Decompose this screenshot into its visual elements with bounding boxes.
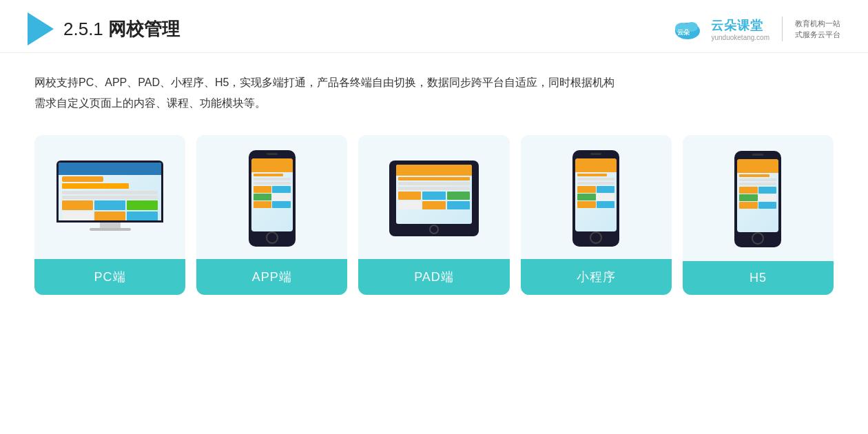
page-title: 2.5.1 网校管理 [63,17,180,41]
card-pc: PC端 [34,135,185,295]
pc-device [56,161,163,236]
card-app-label: APP端 [196,259,347,295]
tablet-icon [389,161,479,236]
card-pad-image [358,135,509,259]
card-h5-image [683,135,834,261]
card-mini-image [521,135,672,259]
logo-text: 云朵课堂 yunduoketang.com [711,17,769,41]
card-pc-image [34,135,185,259]
logo-divider [782,17,783,41]
card-h5-label: H5 [683,261,834,295]
page-wrapper: 2.5.1 网校管理 云朵 云朵课堂 yunduoketang.com 教育机构… [0,0,868,434]
card-pc-label: PC端 [34,259,185,295]
platform-cards-grid: PC端 [34,135,834,295]
h5-device [734,151,781,247]
brand-logo: 云朵 云朵课堂 yunduoketang.com 教育机构一站 式服务云平台 [671,16,840,42]
mini-device [572,150,619,247]
card-h5: H5 [683,135,834,295]
pc-monitor-icon [56,161,163,236]
pad-device [389,161,479,236]
card-mini-label: 小程序 [521,259,672,295]
card-pad-label: PAD端 [358,259,509,295]
cloud-icon: 云朵 [671,16,704,42]
card-mini: 小程序 [521,135,672,295]
h5-phone-icon [734,151,781,247]
card-pad: PAD端 [358,135,509,295]
mini-phone-icon [572,150,619,247]
header-left: 2.5.1 网校管理 [28,12,180,45]
header: 2.5.1 网校管理 云朵 云朵课堂 yunduoketang.com 教育机构… [0,0,868,53]
app-device [249,150,296,247]
logo-triangle-icon [28,12,54,45]
description-text: 网校支持PC、APP、PAD、小程序、H5，实现多端打通，产品各终端自由切换，数… [34,72,834,114]
main-content: 网校支持PC、APP、PAD、小程序、H5，实现多端打通，产品各终端自由切换，数… [0,53,868,309]
card-app: APP端 [196,135,347,295]
logo-slogan: 教育机构一站 式服务云平台 [795,18,840,41]
card-app-image [196,135,347,259]
phone-icon [249,150,296,247]
svg-text:云朵: 云朵 [677,29,690,36]
